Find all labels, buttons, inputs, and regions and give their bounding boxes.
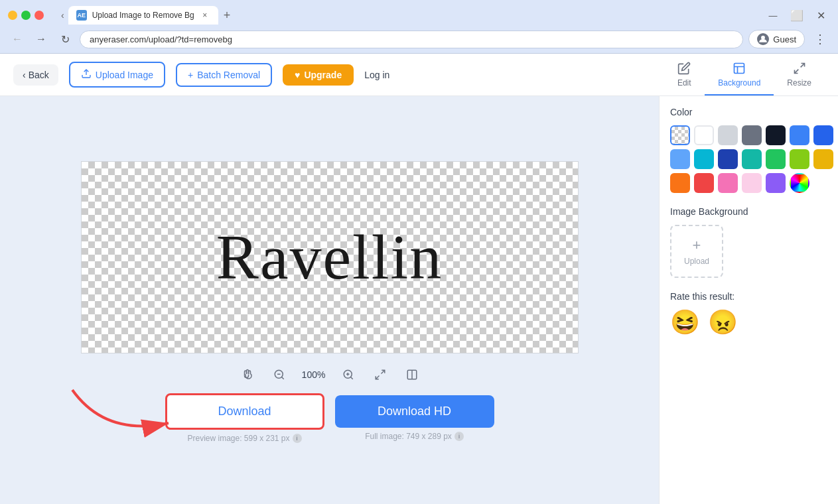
back-button[interactable]: ‹ Back — [13, 64, 58, 86]
download-hd-button[interactable]: Download HD — [335, 395, 494, 428]
color-swatch-cyan[interactable] — [694, 149, 714, 169]
color-swatch-teal[interactable] — [742, 149, 762, 169]
color-swatch-pink[interactable] — [718, 173, 738, 193]
nav-back-button[interactable]: ← — [8, 30, 27, 48]
background-icon — [732, 61, 746, 76]
color-swatch-blue-light[interactable] — [670, 149, 690, 169]
download-area-wrapper: Download Preview image: 599 x 231 px i D… — [165, 393, 494, 443]
pan-tool-button[interactable] — [237, 364, 258, 385]
svg-line-6 — [281, 377, 283, 379]
batch-removal-button[interactable]: + Batch Removal — [176, 63, 272, 87]
resize-label: Resize — [787, 78, 811, 88]
edit-icon — [677, 61, 691, 76]
full-info-icon: i — [454, 432, 464, 441]
address-bar-row: ← → ↻ anyeraser.com/upload/?td=removebg … — [0, 27, 838, 53]
preview-info: Preview image: 599 x 231 px i — [187, 434, 301, 443]
main-layout: Ravellin 100% — [0, 96, 838, 504]
svg-line-9 — [350, 377, 352, 379]
color-swatch-black[interactable] — [766, 125, 786, 145]
color-swatch-gray[interactable] — [742, 125, 762, 145]
batch-plus-icon: + — [188, 70, 193, 80]
color-swatch-light-pink[interactable] — [742, 173, 762, 193]
color-swatch-white[interactable] — [694, 125, 714, 145]
heart-icon: ♥ — [295, 70, 300, 80]
image-bg-title: Image Background — [670, 206, 827, 217]
address-bar[interactable]: anyeraser.com/upload/?td=removebg — [80, 31, 743, 48]
upgrade-label: Upgrade — [304, 70, 342, 80]
tab-title: Upload Image to Remove Bg — [92, 11, 194, 20]
image-bg-section: Image Background + Upload — [670, 206, 827, 278]
signature-text: Ravellin — [216, 220, 443, 294]
zoom-level: 100% — [301, 369, 327, 380]
rate-title: Rate this result: — [670, 291, 827, 302]
window-restore-button[interactable]: ⬜ — [788, 6, 806, 25]
zoom-in-button[interactable] — [338, 364, 359, 385]
full-info: Full image: 749 x 289 px i — [365, 432, 464, 441]
color-grid — [670, 125, 827, 193]
canvas-area: Ravellin 100% — [0, 96, 659, 504]
color-swatch-rainbow[interactable] — [790, 173, 809, 193]
background-label: Background — [718, 78, 760, 88]
tab-close-button[interactable]: × — [200, 10, 210, 21]
tool-tab-resize[interactable]: Resize — [774, 54, 825, 95]
rate-section: Rate this result: 😆 😠 — [670, 291, 827, 336]
maximize-button[interactable]: + — [21, 11, 31, 20]
profile-label: Guest — [773, 34, 796, 44]
nav-forward-button[interactable]: → — [32, 30, 50, 48]
app-header: ‹ Back Upload Image + Batch Removal ♥ Up… — [0, 54, 838, 96]
close-button[interactable]: × — [35, 11, 44, 20]
tab-favicon: AE — [76, 10, 87, 21]
image-container: Ravellin — [81, 161, 579, 353]
zoom-out-button[interactable] — [269, 364, 290, 385]
preview-info-text: Preview image: 599 x 231 px — [187, 434, 289, 443]
batch-label: Batch Removal — [197, 70, 260, 80]
color-swatch-lime[interactable] — [790, 149, 809, 169]
color-swatch-orange[interactable] — [670, 173, 690, 193]
window-close-x-button[interactable]: ✕ — [811, 6, 830, 25]
address-text: anyeraser.com/upload/?td=removebg — [90, 34, 733, 44]
tab-bar: ‹ AE Upload Image to Remove Bg × + — [52, 6, 241, 25]
right-panel: Color Image Background + Upload Rate thi… — [659, 96, 838, 504]
browser-chrome: – + × ‹ AE Upload Image to Remove Bg × +… — [0, 0, 838, 54]
angry-emoji-button[interactable]: 😠 — [708, 308, 738, 336]
svg-line-13 — [376, 375, 379, 379]
checkerboard-canvas: Ravellin — [81, 161, 579, 353]
nav-reload-button[interactable]: ↻ — [56, 30, 74, 48]
happy-emoji-button[interactable]: 😆 — [670, 308, 700, 336]
tool-tabs: Edit Background Resize — [663, 54, 825, 95]
tool-tab-edit[interactable]: Edit — [663, 54, 705, 95]
browser-more-button[interactable]: ⋮ — [810, 29, 830, 49]
browser-tab-active[interactable]: AE Upload Image to Remove Bg × — [68, 6, 218, 25]
color-swatch-red[interactable] — [694, 173, 714, 193]
login-button[interactable]: Log in — [364, 70, 389, 80]
profile-button[interactable]: Guest — [748, 30, 805, 48]
color-swatch-navy[interactable] — [718, 149, 738, 169]
color-swatch-blue-vivid[interactable] — [790, 125, 809, 145]
color-swatch-blue-medium[interactable] — [813, 125, 833, 145]
download-button[interactable]: Download — [165, 393, 324, 430]
edit-label: Edit — [677, 78, 691, 88]
upload-label: Upload — [684, 257, 709, 266]
new-tab-button[interactable]: + — [218, 6, 236, 25]
upload-image-button[interactable]: Upload Image — [69, 62, 165, 88]
window-minimize-button[interactable]: — — [764, 6, 782, 25]
fullscreen-button[interactable] — [370, 364, 391, 385]
svg-line-12 — [381, 370, 384, 373]
color-swatch-yellow[interactable] — [813, 149, 833, 169]
minimize-button[interactable]: – — [8, 11, 17, 20]
upgrade-button[interactable]: ♥ Upgrade — [283, 64, 354, 86]
color-swatch-green[interactable] — [766, 149, 786, 169]
color-swatch-light-gray[interactable] — [718, 125, 738, 145]
preview-info-icon: i — [293, 434, 302, 443]
svg-point-0 — [761, 36, 765, 40]
back-label: Back — [29, 70, 49, 80]
resize-icon — [792, 61, 807, 76]
tool-tab-background[interactable]: Background — [705, 54, 774, 95]
color-swatch-transparent[interactable] — [670, 125, 690, 145]
svg-rect-2 — [734, 63, 744, 73]
bg-upload-box[interactable]: + Upload — [670, 225, 723, 278]
color-swatch-purple[interactable] — [766, 173, 786, 193]
tab-prev-button[interactable]: ‹ — [57, 7, 68, 23]
title-bar: – + × ‹ AE Upload Image to Remove Bg × +… — [0, 0, 838, 27]
split-view-button[interactable] — [401, 364, 423, 385]
